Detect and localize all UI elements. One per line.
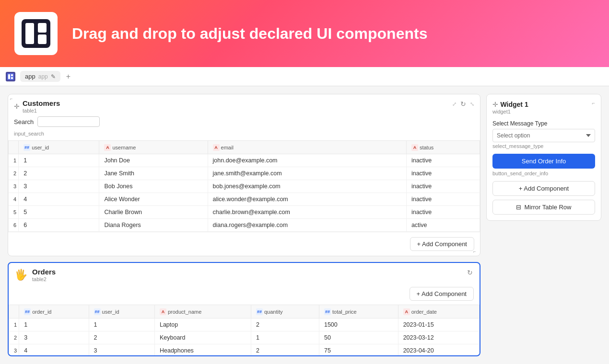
cell-user-id: 5 xyxy=(19,206,99,219)
customers-add-component-btn[interactable]: + Add Component xyxy=(410,237,474,251)
tab-add-button[interactable]: + xyxy=(62,70,74,83)
orders-refresh-btn[interactable]: ↻ xyxy=(466,268,474,277)
widget-panel: ✛ Widget 1 widget1 ⌐ Select Message Type… xyxy=(486,94,601,356)
widget-title: Widget 1 xyxy=(500,101,528,108)
customers-header: ✛ Customers table1 ⤢ ↻ ⤡ xyxy=(8,94,480,116)
expand-br-icon[interactable]: ⤡ xyxy=(470,101,474,107)
widget-move-handle[interactable]: ✛ xyxy=(492,101,498,108)
select-message-group: Select Message Type Select option select… xyxy=(492,120,595,149)
customers-actions: ⤢ ↻ ⤡ xyxy=(452,99,474,109)
row-num: 1 xyxy=(9,154,19,167)
main-content: app app ✎ + ⌐ ✛ Customers table1 xyxy=(0,67,609,364)
tab-bar: app app ✎ + xyxy=(0,67,609,86)
tab-app[interactable]: app app ✎ xyxy=(20,71,60,82)
customers-header-row: ## user_id A username xyxy=(9,141,480,154)
customers-move-handle[interactable]: ✛ xyxy=(14,102,20,110)
svg-rect-1 xyxy=(25,23,34,44)
cell-username: Alice Wonder xyxy=(99,193,208,206)
customers-tbody: 1 1 John Doe john.doe@example.com inacti… xyxy=(9,154,480,232)
cell-user-id: 1 xyxy=(89,318,154,331)
orders-add-label: + Add Component xyxy=(417,290,467,297)
cell-email: alice.wonder@example.com xyxy=(208,193,406,206)
cell-order-date: 2023-03-12 xyxy=(398,331,479,344)
cell-user-id: 6 xyxy=(19,219,99,232)
search-label: Search xyxy=(14,118,34,125)
row-num: 5 xyxy=(9,206,19,219)
table-row: 1 1 1 Laptop 2 1500 2023-01-15 xyxy=(9,318,480,331)
row-num: 6 xyxy=(9,219,19,232)
header-banner: Drag and drop to adjust declared UI comp… xyxy=(0,0,609,67)
cell-user-id: 3 xyxy=(19,180,99,193)
customers-refresh-btn[interactable]: ↻ xyxy=(459,99,467,109)
cell-total-price: 50 xyxy=(319,331,398,344)
tab-app-label: app xyxy=(25,73,35,80)
cell-username: Jane Smith xyxy=(99,167,208,180)
tab-logo-icon xyxy=(7,73,14,80)
expand-tl-icon[interactable]: ⤢ xyxy=(452,101,457,107)
cell-total-price: 1500 xyxy=(319,318,398,331)
cell-username: Diana Rogers xyxy=(99,219,208,232)
type-str-icon3: A xyxy=(411,144,418,151)
orders-table: ## order_id ## user_id A product_name ##… xyxy=(9,305,480,356)
cell-status: active xyxy=(406,219,480,232)
cell-order-id: 4 xyxy=(19,344,89,357)
logo-box xyxy=(14,12,58,55)
tab-app-sublabel: app xyxy=(38,73,48,80)
col-total-price: ## total_price xyxy=(319,305,398,318)
col-username: A username xyxy=(99,141,208,154)
widget-box: ✛ Widget 1 widget1 ⌐ Select Message Type… xyxy=(486,94,601,221)
orders-tbody: 1 1 1 Laptop 2 1500 2023-01-15 2 3 2 Key… xyxy=(9,318,480,357)
corner-tl-customers: ⌐ xyxy=(10,96,15,101)
logo-icon xyxy=(22,19,50,48)
row-num: 2 xyxy=(9,331,19,344)
mirror-table-btn[interactable]: ⊟ Mirror Table Row xyxy=(492,200,595,215)
btn-var-name: button_send_order_info xyxy=(492,171,595,176)
orders-add-component-btn[interactable]: + Add Component xyxy=(410,287,474,301)
customers-title-area: ✛ Customers table1 xyxy=(14,99,60,114)
cell-email: charlie.brown@example.com xyxy=(208,206,406,219)
table-row: 3 4 3 Headphones 2 75 2023-04-20 xyxy=(9,344,480,357)
select-message-type[interactable]: Select option xyxy=(492,129,595,142)
search-input[interactable] xyxy=(37,116,100,127)
select-message-label: Select Message Type xyxy=(492,120,595,127)
table-row: 2 2 Jane Smith jane.smith@example.com in… xyxy=(9,167,480,180)
send-order-btn[interactable]: Send Order Info xyxy=(492,154,595,169)
cell-email: bob.jones@example.com xyxy=(208,180,406,193)
tab-edit-icon[interactable]: ✎ xyxy=(51,73,56,80)
col-quantity: ## quantity xyxy=(251,305,319,318)
customers-title-group: Customers table1 xyxy=(23,99,60,114)
add-component-label: + Add Component xyxy=(417,240,467,248)
col-user-id: ## user_id xyxy=(19,141,99,154)
cell-status: inactive xyxy=(406,193,480,206)
row-num: 3 xyxy=(9,180,19,193)
cell-user-id: 3 xyxy=(89,344,154,357)
svg-rect-5 xyxy=(8,74,10,79)
svg-rect-3 xyxy=(38,34,47,44)
table-row: 2 3 2 Keyboard 1 50 2023-03-12 xyxy=(9,331,480,344)
widget-add-component-btn[interactable]: + Add Component xyxy=(492,181,595,196)
drag-cursor-icon[interactable]: 🖐 xyxy=(14,269,27,281)
orders-subtitle: table2 xyxy=(32,276,56,282)
type-str-icon: A xyxy=(104,144,111,151)
cell-user-id: 1 xyxy=(19,154,99,167)
customers-table: ## user_id A username xyxy=(8,140,480,232)
cell-order-date: 2023-01-15 xyxy=(398,318,479,331)
tab-bar-logo xyxy=(6,72,15,81)
orders-header: 🖐 Orders table2 ↻ xyxy=(9,263,480,285)
col-user-id-orders: ## user_id xyxy=(89,305,154,318)
col-product-name: A product_name xyxy=(154,305,251,318)
customers-add-component-bar: + Add Component xyxy=(8,232,480,256)
row-num: 4 xyxy=(9,193,19,206)
cell-status: inactive xyxy=(406,154,480,167)
widget-header: ✛ Widget 1 widget1 ⌐ xyxy=(492,100,595,114)
cell-order-id: 3 xyxy=(19,331,89,344)
row-num: 1 xyxy=(9,318,19,331)
orders-component: 🖐 Orders table2 ↻ + Add Component xyxy=(8,262,480,356)
table-row: 3 3 Bob Jones bob.jones@example.com inac… xyxy=(9,180,480,193)
header-title: Drag and drop to adjust declared UI comp… xyxy=(72,25,427,43)
cell-quantity: 2 xyxy=(251,318,319,331)
orders-title: Orders xyxy=(32,268,56,276)
cell-product-name: Keyboard xyxy=(154,331,251,344)
cell-quantity: 2 xyxy=(251,344,319,357)
widget-add-label: + Add Component xyxy=(519,185,569,192)
